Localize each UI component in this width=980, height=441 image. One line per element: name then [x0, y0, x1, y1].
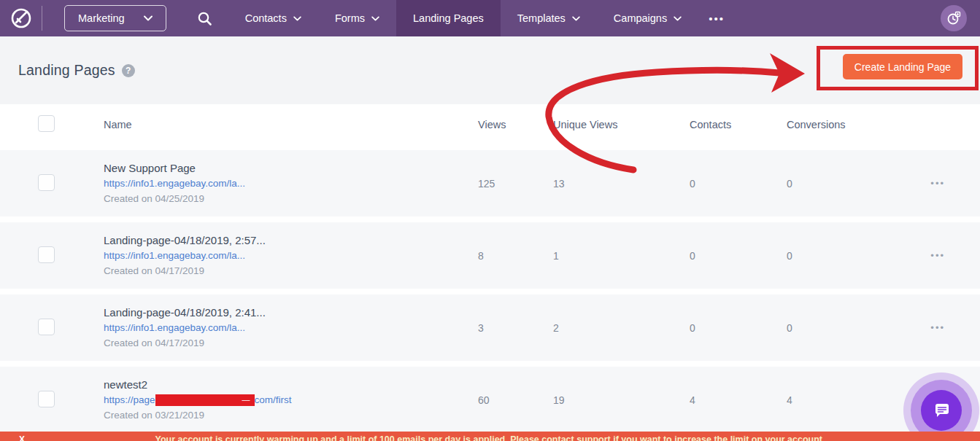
nav-item-contacts[interactable]: Contacts: [228, 0, 318, 36]
row-actions-menu[interactable]: •••: [889, 250, 980, 261]
nav-item-label: Forms: [335, 12, 365, 24]
warning-banner: X Your account is currently warming up a…: [0, 432, 980, 441]
chevron-down-icon: [144, 15, 153, 21]
url-text-after: com/first: [255, 392, 292, 407]
unique-views-value: 13: [553, 178, 690, 190]
contacts-value: 4: [690, 394, 787, 406]
row-actions-menu[interactable]: •••: [889, 322, 980, 333]
nav-more-button[interactable]: •••: [698, 12, 735, 25]
nav-item-label: Templates: [517, 12, 566, 24]
conversions-value: 0: [787, 178, 889, 190]
chevron-down-icon: [293, 16, 301, 21]
unique-views-value: 1: [553, 250, 690, 262]
conversions-value: 4: [787, 394, 889, 406]
contacts-value: 0: [690, 178, 787, 190]
table-row: Landing-page-04/18/2019, 2:57... https:/…: [0, 222, 980, 289]
select-all-checkbox[interactable]: [38, 115, 55, 132]
created-date: Created on 04/17/2019: [104, 335, 478, 351]
landing-page-name[interactable]: Landing-page-04/18/2019, 2:41...: [104, 305, 478, 320]
landing-page-url[interactable]: https://info1.engagebay.com/la...: [104, 176, 478, 191]
row-checkbox[interactable]: [38, 391, 55, 407]
search-icon[interactable]: [197, 11, 212, 26]
banner-close-icon[interactable]: X: [19, 434, 25, 441]
contacts-value: 0: [690, 322, 787, 334]
app-selector-marketing[interactable]: Marketing: [64, 5, 166, 31]
landing-page-url[interactable]: https://info1.engagebay.com/la...: [104, 320, 478, 335]
column-header-contacts[interactable]: Contacts: [690, 119, 787, 130]
app-selector-label: Marketing: [78, 12, 125, 24]
unique-views-value: 2: [553, 322, 690, 334]
nav-item-label: Campaigns: [614, 12, 667, 24]
nav-divider: [42, 6, 42, 31]
column-header-unique-views[interactable]: Unique Views: [553, 119, 690, 130]
views-value: 3: [478, 322, 553, 334]
table-header-row: Name Views Unique Views Contacts Convers…: [0, 104, 980, 144]
table-row: newtest2 https://page — com/first Create…: [0, 367, 980, 433]
landing-pages-table: Name Views Unique Views Contacts Convers…: [0, 104, 980, 441]
chat-icon: [931, 400, 952, 421]
created-date: Created on 04/17/2019: [104, 263, 478, 278]
nav-items: Contacts Forms Landing Pages Templates C…: [228, 0, 699, 36]
row-actions-menu[interactable]: •••: [889, 178, 980, 189]
nav-item-label: Contacts: [245, 12, 287, 24]
column-header-views[interactable]: Views: [478, 119, 553, 130]
conversions-value: 0: [787, 322, 889, 334]
page-title: Landing Pages: [18, 62, 115, 79]
page-header: Landing Pages ? Create Landing Page: [0, 36, 980, 104]
row-checkbox[interactable]: [38, 319, 55, 335]
chat-bubble-button[interactable]: [921, 390, 962, 431]
banner-message: Your account is currently warming up and…: [0, 432, 980, 441]
column-header-conversions[interactable]: Conversions: [787, 119, 889, 130]
chevron-down-icon: [674, 16, 682, 21]
landing-page-name[interactable]: New Support Page: [104, 160, 478, 176]
top-navigation-bar: Marketing Contacts Forms Landing Pages T…: [0, 0, 980, 36]
table-row: Landing-page-04/18/2019, 2:41... https:/…: [0, 294, 980, 361]
nav-item-forms[interactable]: Forms: [318, 0, 396, 36]
conversions-value: 0: [787, 250, 889, 262]
created-date: Created on 03/21/2019: [104, 407, 478, 423]
nav-item-label: Landing Pages: [413, 12, 484, 24]
url-text-before: https://info1.engagebay.com/la...: [104, 176, 245, 191]
user-avatar[interactable]: [941, 5, 967, 31]
row-checkbox[interactable]: [38, 246, 55, 263]
nav-item-campaigns[interactable]: Campaigns: [597, 0, 698, 36]
url-text-before: https://page: [104, 392, 155, 407]
nav-item-templates[interactable]: Templates: [501, 0, 597, 36]
redaction-bar: —: [155, 394, 255, 406]
created-date: Created on 04/25/2019: [104, 191, 478, 206]
row-checkbox[interactable]: [38, 174, 55, 191]
url-text-before: https://info1.engagebay.com/la...: [104, 320, 245, 335]
landing-page-name[interactable]: newtest2: [104, 377, 478, 392]
engagebay-logo-icon[interactable]: [0, 0, 42, 36]
table-body: New Support Page https://info1.engagebay…: [0, 150, 980, 433]
landing-page-url[interactable]: https://info1.engagebay.com/la...: [104, 248, 478, 263]
url-text-before: https://info1.engagebay.com/la...: [104, 248, 245, 263]
create-landing-page-button[interactable]: Create Landing Page: [843, 54, 962, 79]
help-icon[interactable]: ?: [122, 64, 135, 77]
table-row: New Support Page https://info1.engagebay…: [0, 150, 980, 216]
views-value: 8: [478, 250, 553, 262]
views-value: 125: [478, 178, 553, 190]
landing-page-url[interactable]: https://page — com/first: [104, 392, 478, 407]
chat-widget: [903, 372, 979, 441]
landing-page-name[interactable]: Landing-page-04/18/2019, 2:57...: [104, 233, 478, 248]
column-header-name[interactable]: Name: [104, 119, 478, 130]
unique-views-value: 19: [553, 394, 690, 406]
views-value: 60: [478, 394, 553, 406]
nav-item-landing-pages[interactable]: Landing Pages: [396, 0, 501, 36]
clock-icon: [946, 11, 961, 26]
chevron-down-icon: [572, 16, 580, 21]
chevron-down-icon: [371, 16, 379, 21]
contacts-value: 0: [690, 250, 787, 262]
